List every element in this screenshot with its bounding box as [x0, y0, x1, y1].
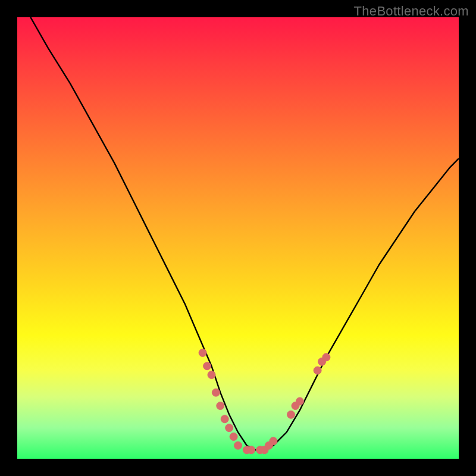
data-marker	[314, 367, 321, 374]
data-marker	[217, 402, 224, 410]
bottleneck-curve	[30, 17, 459, 450]
data-marker	[212, 389, 220, 396]
watermark-text: TheBottleneck.com	[354, 4, 469, 19]
data-marker	[221, 415, 228, 423]
data-marker	[322, 353, 330, 361]
data-marker	[203, 362, 211, 370]
marker-group	[199, 349, 330, 453]
data-marker	[226, 424, 233, 432]
data-marker	[208, 371, 215, 379]
data-marker	[234, 441, 242, 449]
chart-plot-area	[17, 17, 459, 459]
data-marker	[270, 437, 277, 445]
data-marker	[287, 411, 295, 418]
chart-svg	[17, 17, 459, 459]
data-marker	[248, 446, 255, 454]
data-marker	[199, 349, 206, 356]
data-marker	[296, 397, 303, 405]
data-marker	[230, 433, 237, 440]
